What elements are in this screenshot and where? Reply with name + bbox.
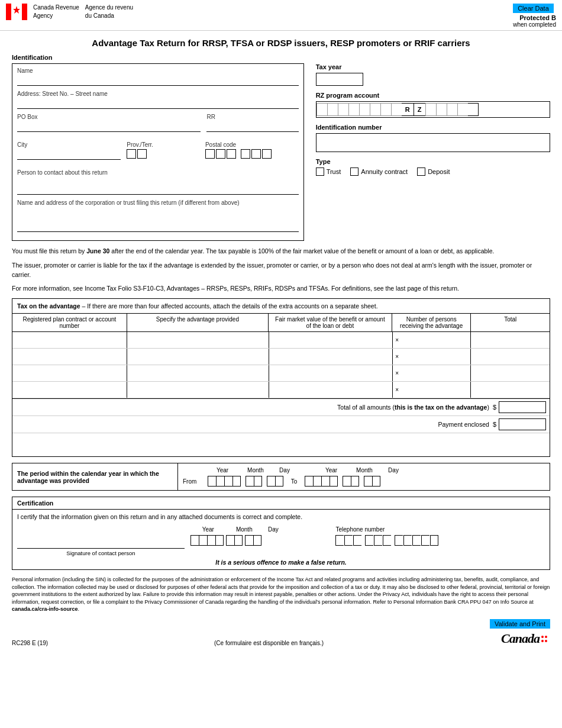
- cert-year-box2[interactable]: [199, 535, 207, 546]
- tel-box-10[interactable]: [421, 535, 429, 546]
- to-day-box1[interactable]: [364, 476, 372, 487]
- tel-box-2[interactable]: [344, 535, 353, 546]
- row2-specify[interactable]: [127, 349, 269, 365]
- from-month-box2[interactable]: [254, 476, 262, 487]
- tel-box-7[interactable]: [395, 535, 403, 546]
- city-input[interactable]: [17, 149, 121, 160]
- rz-box-8[interactable]: [391, 103, 402, 116]
- cert-year-box1[interactable]: [190, 535, 199, 546]
- to-day-boxes: [364, 476, 380, 487]
- row4-account[interactable]: [12, 382, 127, 398]
- tel-box-6[interactable]: [383, 535, 391, 546]
- cert-date-inputs: [190, 535, 330, 546]
- total-row-label: Total of all amounts (this is the tax on…: [337, 404, 489, 411]
- to-year-box3[interactable]: [321, 476, 330, 487]
- row4-fmv[interactable]: [269, 382, 393, 398]
- clear-data-button[interactable]: Clear Data: [513, 4, 554, 13]
- row4-specify[interactable]: [127, 382, 269, 398]
- deposit-checkbox[interactable]: [417, 167, 425, 176]
- to-year-box4[interactable]: [330, 476, 338, 487]
- row1-fmv[interactable]: [269, 332, 393, 348]
- person-contact-input[interactable]: [17, 184, 299, 195]
- trust-checkbox[interactable]: [316, 167, 324, 176]
- rz-box-6[interactable]: [370, 103, 380, 116]
- annuity-checkbox[interactable]: [350, 167, 358, 176]
- rz-box-10[interactable]: [436, 103, 447, 116]
- rz-box-7[interactable]: [380, 103, 391, 116]
- to-year-box1[interactable]: [305, 476, 313, 487]
- cert-month-box2[interactable]: [234, 535, 243, 546]
- to-month-box1[interactable]: [343, 476, 351, 487]
- row4-total[interactable]: [471, 382, 550, 398]
- row1-account[interactable]: [12, 332, 127, 348]
- rz-box-3[interactable]: [338, 103, 348, 116]
- tel-box-5[interactable]: [374, 535, 382, 546]
- tel-box-1[interactable]: [335, 535, 344, 546]
- from-year-box4[interactable]: [232, 476, 241, 487]
- name-input[interactable]: [17, 75, 299, 86]
- agency-name-en: Canada Revenue: [33, 4, 79, 11]
- rz-box-5[interactable]: [359, 103, 370, 116]
- from-day-box2[interactable]: [275, 476, 283, 487]
- postal-box-2[interactable]: [216, 149, 225, 159]
- row1-total[interactable]: [471, 332, 550, 348]
- tel-box-4[interactable]: [365, 535, 373, 546]
- tel-box-9[interactable]: [412, 535, 421, 546]
- from-month-box1[interactable]: [246, 476, 254, 487]
- rz-box-4[interactable]: [348, 103, 359, 116]
- total-amount-input[interactable]: [499, 401, 546, 413]
- to-year-box2[interactable]: [313, 476, 321, 487]
- cert-day-box1[interactable]: [245, 535, 253, 546]
- rz-box-2[interactable]: [327, 103, 338, 116]
- rz-box-13[interactable]: [468, 103, 479, 116]
- cert-month-boxes: [226, 535, 243, 546]
- from-year-box3[interactable]: [224, 476, 232, 487]
- corp-input[interactable]: [17, 221, 299, 232]
- postal-box-3[interactable]: [227, 149, 236, 159]
- row3-total[interactable]: [471, 365, 550, 381]
- cert-day-box2[interactable]: [253, 535, 261, 546]
- prov-box-1[interactable]: [127, 149, 136, 159]
- cert-year-box4[interactable]: [215, 535, 224, 546]
- cert-month-box1[interactable]: [226, 535, 234, 546]
- rz-box-1[interactable]: [316, 103, 327, 116]
- rz-box-11[interactable]: [447, 103, 457, 116]
- rz-box-9[interactable]: [425, 103, 436, 116]
- canada-logo: Validate and Print Canada: [490, 619, 550, 646]
- postal-box-5[interactable]: [251, 149, 261, 159]
- postal-box-4[interactable]: [241, 149, 250, 159]
- from-day-box1[interactable]: [267, 476, 275, 487]
- postal-box-6[interactable]: [262, 149, 272, 159]
- id-number-input[interactable]: [316, 133, 550, 152]
- row2-total[interactable]: [471, 349, 550, 365]
- sig-field: Signature of contact person: [17, 536, 185, 556]
- row3-account[interactable]: [12, 365, 127, 381]
- prov-box-2[interactable]: [137, 149, 147, 159]
- tel-box-8[interactable]: [403, 535, 412, 546]
- to-month-box2[interactable]: [351, 476, 359, 487]
- address-input[interactable]: [17, 98, 299, 109]
- signature-line[interactable]: [17, 536, 185, 549]
- po-box-input[interactable]: [17, 121, 201, 132]
- year-col2: Year: [316, 467, 346, 473]
- row2-account[interactable]: [12, 349, 127, 365]
- tax-year-input[interactable]: [316, 73, 363, 86]
- type-trust-option: Trust: [316, 167, 341, 176]
- row2-fmv[interactable]: [269, 349, 393, 365]
- row1-specify[interactable]: [127, 332, 269, 348]
- validate-print-button[interactable]: Validate and Print: [490, 619, 550, 629]
- rz-box-12[interactable]: [457, 103, 468, 116]
- rr-input[interactable]: [206, 121, 298, 132]
- to-day-box2[interactable]: [372, 476, 380, 487]
- row3-fmv[interactable]: [269, 365, 393, 381]
- from-year-box1[interactable]: [208, 476, 216, 487]
- payment-input[interactable]: [499, 418, 546, 430]
- cert-year-box3[interactable]: [207, 535, 215, 546]
- postal-box-1[interactable]: [205, 149, 215, 159]
- tel-box-3[interactable]: [353, 535, 361, 546]
- svg-point-4: [541, 636, 544, 638]
- from-year-box2[interactable]: [216, 476, 224, 487]
- cert-text: I certify that the information given on …: [17, 513, 545, 520]
- row3-specify[interactable]: [127, 365, 269, 381]
- tel-box-11[interactable]: [430, 535, 438, 546]
